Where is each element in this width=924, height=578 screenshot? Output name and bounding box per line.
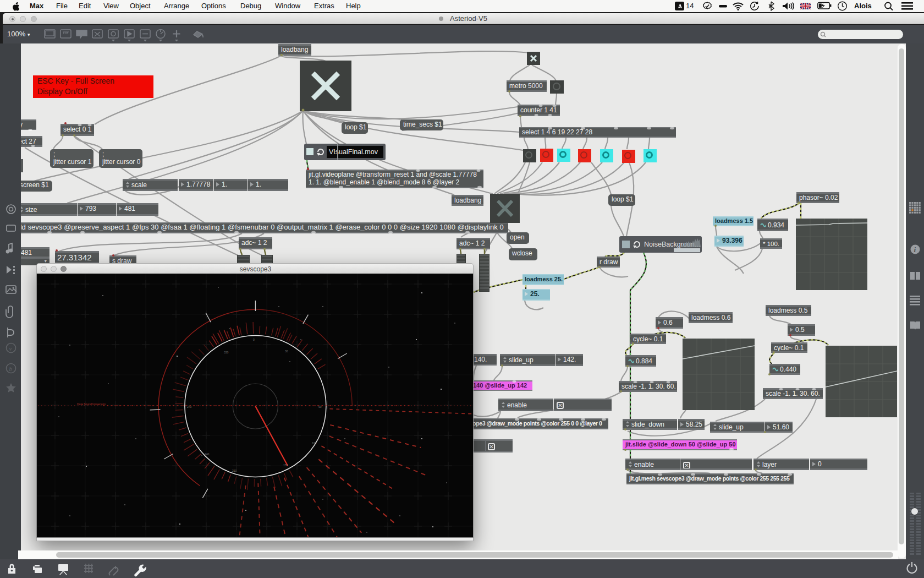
svg-text:330: 330 — [224, 351, 229, 354]
svg-text:150: 150 — [283, 464, 288, 467]
svg-text:Data SoundConversion: Data SoundConversion — [77, 402, 106, 406]
svg-text:240: 240 — [205, 452, 210, 456]
svg-text:v: v — [9, 345, 12, 352]
svg-text:270: 270 — [187, 405, 192, 408]
svg-text:30: 30 — [285, 350, 288, 353]
svg-text:210: 210 — [232, 469, 237, 472]
svg-text:b: b — [9, 366, 13, 372]
svg-text:120: 120 — [312, 441, 317, 445]
svg-text:90: 90 — [318, 405, 322, 408]
svg-text:0: 0 — [253, 338, 255, 341]
